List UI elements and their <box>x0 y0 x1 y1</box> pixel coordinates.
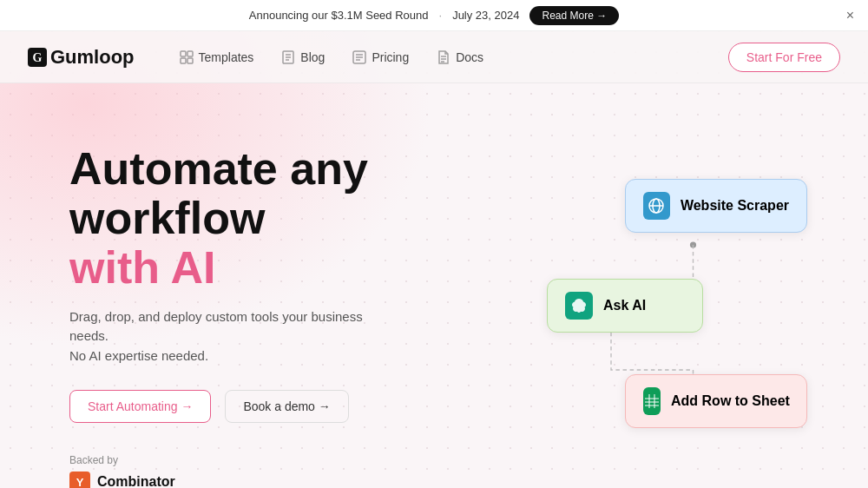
file-icon <box>437 50 450 64</box>
backed-by-label: Backed by <box>69 454 486 466</box>
workflow-diagram: Website Scraper Ask AI <box>486 127 799 488</box>
hero-left: Automate any workflow with AI Drag, drop… <box>69 135 486 488</box>
announcement-close-button[interactable]: × <box>846 8 854 23</box>
sheets-icon <box>643 387 661 415</box>
announcement-text: Announcing our $3.1M Seed Round <box>249 9 429 22</box>
node-add-row-label: Add Row to Sheet <box>671 393 790 409</box>
globe-icon <box>643 192 670 220</box>
yc-badge: Y Combinator <box>69 472 486 488</box>
logo-icon: G <box>28 48 47 67</box>
svg-point-17 <box>690 241 696 247</box>
node-ask-ai: Ask AI <box>547 279 703 333</box>
svg-rect-3 <box>187 51 193 56</box>
logo[interactable]: G Gumloop <box>28 46 135 69</box>
hero-buttons: Start Automating → Book a demo → <box>69 390 486 423</box>
nav-pricing[interactable]: Pricing <box>342 45 419 69</box>
tag-icon <box>352 50 366 64</box>
svg-rect-2 <box>181 51 186 56</box>
announcement-date: July 23, 2024 <box>452 9 519 22</box>
hero-title: Automate any workflow with AI <box>69 144 486 293</box>
announcement-dot: · <box>439 9 443 22</box>
book-demo-button[interactable]: Book a demo → <box>225 390 348 423</box>
svg-rect-23 <box>645 394 659 408</box>
node-ask-ai-label: Ask AI <box>603 298 646 313</box>
svg-rect-4 <box>181 58 186 63</box>
nav-templates[interactable]: Templates <box>169 45 265 69</box>
read-more-button[interactable]: Read More → <box>529 6 619 25</box>
svg-text:G: G <box>33 51 43 64</box>
nav-blog[interactable]: Blog <box>271 45 335 69</box>
nav-links: Templates Blog Pricing <box>169 45 728 69</box>
announcement-bar: Announcing our $3.1M Seed Round · July 2… <box>0 0 868 31</box>
navbar: G Gumloop Templates Blog <box>0 31 868 83</box>
hero-description: Drag, drop, and deploy custom tools your… <box>69 307 382 366</box>
yc-name: Combinator <box>97 474 175 488</box>
hero-section: Automate any workflow with AI Drag, drop… <box>0 83 868 488</box>
node-website-scraper: Website Scraper <box>625 179 807 233</box>
start-for-free-button[interactable]: Start For Free <box>728 43 840 72</box>
book-icon <box>281 50 295 64</box>
yc-logo: Y <box>69 472 90 488</box>
grid-icon <box>180 50 194 64</box>
nav-docs[interactable]: Docs <box>426 45 494 69</box>
node-add-row-to-sheet: Add Row to Sheet <box>625 374 807 428</box>
start-automating-button[interactable]: Start Automating → <box>69 390 211 423</box>
backed-by-section: Backed by Y Combinator <box>69 454 486 488</box>
svg-rect-5 <box>187 58 193 63</box>
openai-icon <box>565 292 593 320</box>
node-website-scraper-label: Website Scraper <box>681 198 789 214</box>
